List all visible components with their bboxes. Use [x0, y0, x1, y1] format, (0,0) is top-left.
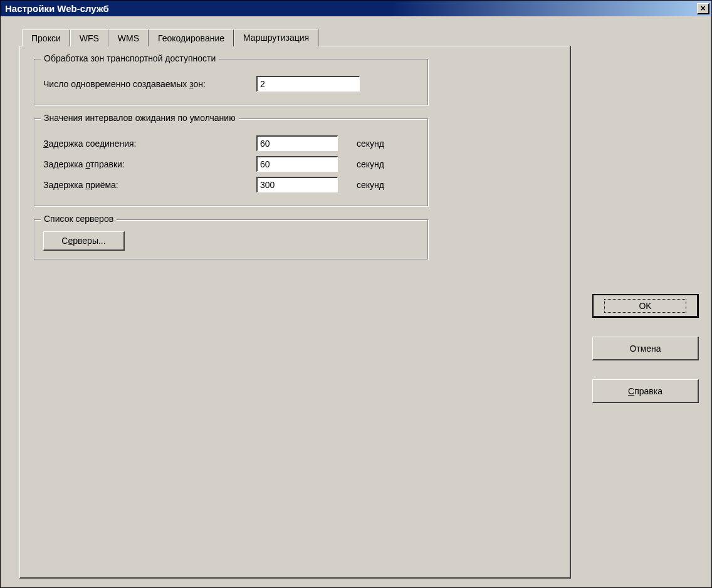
input-connection-delay[interactable]: [256, 135, 338, 151]
row-zones-count: Число одновременно создаваемых зон:: [43, 76, 419, 92]
row-send-delay: Задержка отправки: секунд: [43, 156, 419, 172]
label-connection-delay: Задержка соединения:: [43, 139, 256, 149]
label-zones-count: Число одновременно создаваемых зон:: [43, 79, 256, 89]
suffix-seconds-conn: секунд: [357, 139, 384, 149]
suffix-seconds-recv: секунд: [357, 180, 384, 190]
client-area: Прокси WFS WMS Геокодирование Маршрутиза…: [1, 16, 711, 587]
row-recv-delay: Задержка приёма: секунд: [43, 177, 419, 192]
cancel-button[interactable]: Отмена: [592, 337, 699, 360]
group-transport-zones: Обработка зон транспортной доступности Ч…: [34, 59, 429, 106]
input-recv-delay[interactable]: [256, 177, 338, 192]
suffix-seconds-send: секунд: [357, 159, 384, 169]
tab-routing[interactable]: Маршрутизация: [234, 29, 318, 47]
tab-panel-routing: Обработка зон транспортной доступности Ч…: [19, 46, 571, 579]
group-servers: Список серверов Серверы...: [34, 219, 429, 260]
group-timeouts: Значения интервалов ожидания по умолчани…: [34, 118, 429, 207]
label-send-delay: Задержка отправки:: [43, 159, 256, 169]
tabstrip: Прокси WFS WMS Геокодирование Маршрутиза…: [22, 29, 703, 46]
label-recv-delay: Задержка приёма:: [43, 180, 256, 190]
servers-button[interactable]: Серверы...: [43, 231, 125, 251]
row-connection-delay: Задержка соединения: секунд: [43, 135, 419, 151]
close-icon: ×: [700, 3, 705, 13]
group-transport-zones-title: Обработка зон транспортной доступности: [41, 53, 219, 63]
input-send-delay[interactable]: [256, 156, 338, 172]
tab-proxy[interactable]: Прокси: [22, 29, 70, 46]
group-servers-title: Список серверов: [41, 214, 117, 224]
tab-wfs[interactable]: WFS: [70, 29, 108, 46]
input-zones-count[interactable]: [256, 76, 360, 92]
help-button[interactable]: Справка: [592, 379, 699, 403]
titlebar: Настройки Web-служб ×: [1, 1, 711, 16]
tab-wms[interactable]: WMS: [108, 29, 149, 46]
ok-button[interactable]: OK: [592, 294, 699, 318]
title-text: Настройки Web-служб: [5, 3, 109, 14]
close-button[interactable]: ×: [697, 3, 709, 14]
group-timeouts-title: Значения интервалов ожидания по умолчани…: [41, 113, 239, 123]
web-services-settings-dialog: Настройки Web-служб × Прокси WFS WMS Гео…: [0, 0, 712, 588]
tab-geocoding[interactable]: Геокодирование: [149, 29, 234, 46]
dialog-buttons: OK Отмена Справка: [592, 294, 699, 403]
